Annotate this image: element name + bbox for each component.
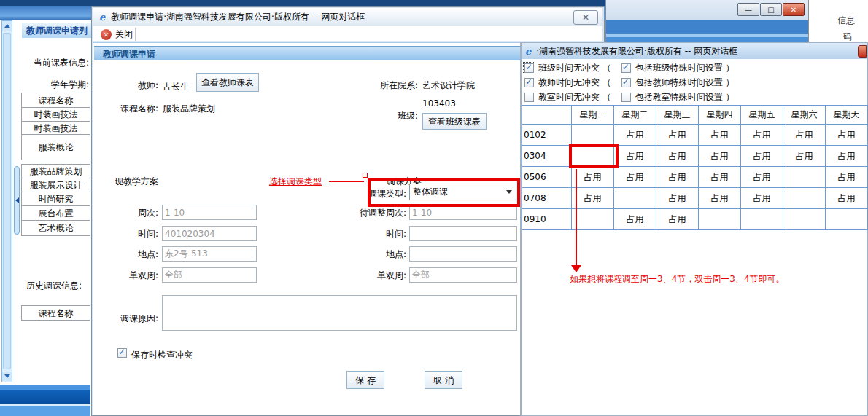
close-icon: ✕: [582, 13, 589, 22]
collapse-left-icon: [15, 197, 19, 203]
check-icon: ✓: [622, 76, 629, 87]
room-special-label: 包括教室特殊时间设置 ）: [635, 91, 735, 103]
course-list-item[interactable]: 展台布置: [21, 205, 90, 221]
schedule-cell[interactable]: [741, 209, 783, 230]
schedule-cell[interactable]: 占用: [783, 146, 826, 167]
room-special-checkbox[interactable]: [621, 93, 631, 102]
restore-button[interactable]: □: [760, 3, 782, 16]
schedule-cell[interactable]: 占用: [783, 125, 826, 146]
schedule-cell[interactable]: 占用: [656, 188, 699, 209]
schedule-cell[interactable]: 占用: [699, 146, 741, 167]
schedule-cell[interactable]: 占用: [826, 146, 868, 167]
panel-collapse-handle[interactable]: [14, 166, 20, 235]
time-input[interactable]: [162, 226, 257, 241]
class-special-label: 包括班级特殊时间设置 ）: [635, 62, 735, 74]
schedule-cell[interactable]: [783, 209, 826, 230]
view-teacher-schedule-button[interactable]: 查看教师课表: [196, 73, 259, 92]
target-time-input[interactable]: [409, 226, 517, 241]
course-list-item[interactable]: 服装展示设计: [21, 178, 90, 192]
schedule-cell[interactable]: 占用: [656, 146, 699, 167]
schedule-row: 0506 占用 占用 占用 占用 占用 占用: [522, 167, 868, 188]
schedule-cell[interactable]: 占用: [826, 125, 868, 146]
schedule-cell[interactable]: [783, 167, 826, 188]
check-conflict-checkbox[interactable]: ✓: [117, 348, 127, 358]
close-icon: ✕: [791, 6, 797, 14]
weeks-label: 周次:: [96, 207, 158, 219]
schedule-cell[interactable]: 占用: [741, 167, 783, 188]
annotation-double-click-hint: 如果想将课程调至周一3、4节，双击周一3、4节即可。: [570, 273, 785, 286]
target-weeks-input[interactable]: [409, 205, 517, 220]
page-link-fragment[interactable]: 信息: [837, 15, 855, 27]
minimize-button[interactable]: —: [737, 3, 759, 16]
ie-icon: e: [99, 12, 105, 22]
schedule-cell[interactable]: 占用: [741, 125, 783, 146]
schedule-cell[interactable]: 占用: [614, 167, 656, 188]
annotation-line: [329, 181, 364, 182]
schedule-row: 0102 占用 占用 占用 占用 占用 占用: [522, 125, 868, 146]
view-class-schedule-button[interactable]: 查看班级课表: [422, 113, 487, 130]
schedule-cell[interactable]: 占用: [656, 209, 699, 230]
period-label: 0304: [522, 146, 572, 167]
check-icon: ✓: [525, 62, 532, 72]
scroll-thumb[interactable]: [3, 33, 11, 369]
course-list-item[interactable]: 时装画技法: [21, 107, 90, 122]
day-header: 星期一: [572, 106, 614, 125]
target-time-label: 时间:: [329, 228, 406, 240]
schedule-cell[interactable]: 占用: [614, 209, 656, 230]
schedule-cell[interactable]: 占用: [741, 188, 783, 209]
teacher-conflict-checkbox[interactable]: ✓: [524, 78, 534, 87]
odd-even-input[interactable]: [162, 267, 257, 283]
schedule-cell[interactable]: 占用: [614, 146, 656, 167]
teacher-special-checkbox[interactable]: ✓: [621, 78, 631, 87]
schedule-cell[interactable]: [614, 188, 656, 209]
scroll-down-button[interactable]: [2, 372, 12, 381]
schedule-cell[interactable]: 占用: [826, 188, 868, 209]
schedule-cell[interactable]: [572, 209, 614, 230]
schedule-cell[interactable]: [826, 209, 868, 230]
course-list-item[interactable]: 时装画技法: [21, 121, 90, 135]
schedule-cell[interactable]: [572, 125, 614, 146]
schedule-cell[interactable]: 占用: [699, 125, 741, 146]
period-label: 0708: [522, 188, 572, 209]
target-odd-even-input[interactable]: [409, 267, 517, 283]
schedule-cell[interactable]: 占用: [699, 188, 741, 209]
schedule-cell[interactable]: 占用: [572, 188, 614, 209]
schedule-cell[interactable]: 占用: [656, 125, 699, 146]
save-button[interactable]: 保 存: [346, 371, 384, 389]
schedule-cell[interactable]: 占用: [572, 167, 614, 188]
course-list-item[interactable]: 服装品牌策划: [21, 164, 90, 178]
course-name-value: 服装品牌策划: [163, 103, 215, 115]
main-dialog-close-button[interactable]: ✕: [573, 10, 598, 25]
course-list-item[interactable]: 时尚研究: [21, 192, 90, 206]
schedule-cell[interactable]: 占用: [614, 125, 656, 146]
target-place-input[interactable]: [409, 246, 517, 262]
course-list-item[interactable]: 艺术概论: [21, 220, 90, 236]
minimize-icon: —: [745, 6, 752, 14]
class-special-checkbox[interactable]: ✓: [621, 63, 631, 73]
schedule-cell[interactable]: 占用: [741, 146, 783, 167]
main-dialog-toolbar: [93, 26, 602, 42]
reason-textarea[interactable]: [162, 295, 517, 331]
schedule-cell[interactable]: [783, 188, 826, 209]
semester-label: 学年学期:: [22, 79, 89, 91]
cancel-button[interactable]: 取 消: [425, 371, 462, 389]
highlight-box-target-cell: [569, 144, 619, 168]
check-conflict-label: 保存时检查冲突: [131, 349, 193, 361]
course-list-item[interactable]: 服装概论: [21, 134, 90, 160]
target-weeks-label: 待调整周次:: [329, 207, 406, 219]
schedule-cell[interactable]: [699, 209, 741, 230]
place-input[interactable]: [162, 246, 257, 262]
scroll-up-button[interactable]: [2, 21, 12, 31]
weeks-input[interactable]: [162, 205, 257, 220]
schedule-cell[interactable]: 占用: [656, 167, 699, 188]
course-list: 课程名称 时装画技法 时装画技法 服装概论 服装品牌策划 服装展示设计 时尚研究…: [21, 93, 90, 236]
toolbar-close-button[interactable]: ✕ 关闭: [101, 28, 133, 41]
room-conflict-checkbox[interactable]: [524, 93, 534, 102]
conflict-dialog-close-button[interactable]: [858, 45, 867, 58]
schedule-cell[interactable]: 占用: [699, 167, 741, 188]
schedule-cell[interactable]: 占用: [826, 167, 868, 188]
class-conflict-checkbox[interactable]: ✓: [524, 63, 534, 73]
check-icon: ✓: [622, 62, 629, 72]
window-close-button[interactable]: ✕: [783, 3, 805, 16]
conflict-dialog: e ·湖南强智科技发展有限公司·版权所有 -- 网页对话框 ✓ 班级时间无冲突 …: [520, 42, 868, 416]
